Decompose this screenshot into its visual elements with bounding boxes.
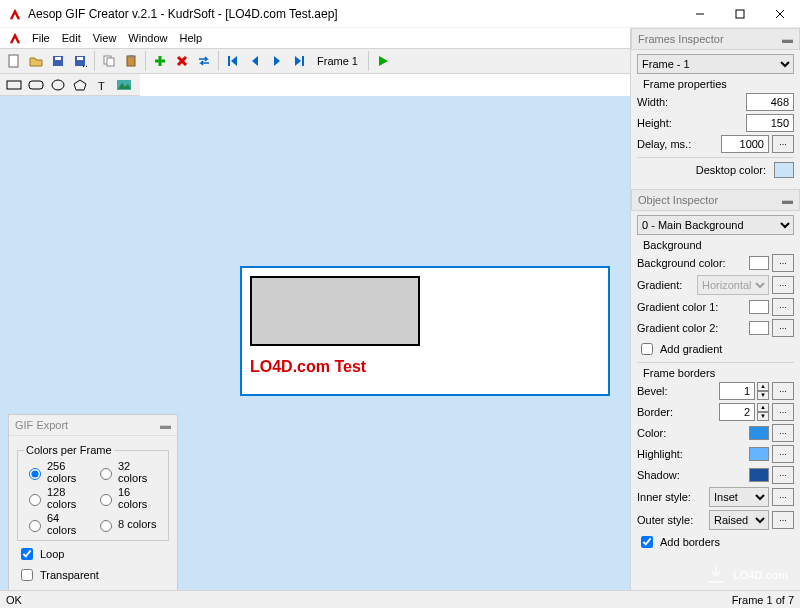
transparent-checkbox[interactable]: Transparent	[17, 566, 169, 584]
radio-64[interactable]: 64 colors	[24, 512, 91, 536]
frame-preview[interactable]: LO4D.com Test	[240, 266, 610, 396]
roundrect-icon[interactable]	[26, 75, 46, 95]
radio-16[interactable]: 16 colors	[95, 486, 162, 510]
height-input[interactable]	[746, 114, 794, 132]
rect-icon[interactable]	[4, 75, 24, 95]
last-frame-icon[interactable]	[289, 51, 309, 71]
radio-32[interactable]: 32 colors	[95, 460, 162, 484]
inner-more[interactable]: ···	[772, 488, 794, 506]
menu-help[interactable]: Help	[173, 30, 208, 46]
color-more[interactable]: ···	[772, 424, 794, 442]
prev-frame-icon[interactable]	[245, 51, 265, 71]
rectangle-object[interactable]	[250, 276, 420, 346]
delete-frame-icon[interactable]	[172, 51, 192, 71]
colors-legend: Colors per Frame	[24, 444, 114, 456]
grad2-label: Gradient color 2:	[637, 322, 745, 334]
polygon-icon[interactable]	[70, 75, 90, 95]
grad1-swatch	[749, 300, 769, 314]
open-icon[interactable]	[26, 51, 46, 71]
grad1-more[interactable]: ···	[772, 298, 794, 316]
bevel-spinner[interactable]: ▲▼	[757, 382, 769, 400]
delay-input[interactable]	[721, 135, 769, 153]
gif-export-title: GIF Export	[15, 419, 68, 431]
border-spinner[interactable]: ▲▼	[757, 403, 769, 421]
next-frame-icon[interactable]	[267, 51, 287, 71]
saveas-icon[interactable]: ..	[70, 51, 90, 71]
inner-style-select[interactable]: Inset	[709, 487, 769, 507]
desktop-color-swatch[interactable]	[774, 162, 794, 178]
bg-color-more[interactable]: ···	[772, 254, 794, 272]
shadow-swatch[interactable]	[749, 468, 769, 482]
menu-file[interactable]: File	[26, 30, 56, 46]
collapse-icon[interactable]: ▬	[160, 419, 171, 431]
add-borders-checkbox[interactable]: Add borders	[637, 533, 794, 551]
grad1-label: Gradient color 1:	[637, 301, 745, 313]
text-object[interactable]: LO4D.com Test	[250, 358, 600, 376]
border-input[interactable]	[719, 403, 755, 421]
color-label: Color:	[637, 427, 745, 439]
shadow-more[interactable]: ···	[772, 466, 794, 484]
current-frame-label: Frame 1	[311, 55, 364, 67]
collapse-icon[interactable]: ▬	[782, 194, 793, 206]
window-title: Aesop GIF Creator v.2.1 - KudrSoft - [LO…	[28, 7, 680, 21]
menu-view[interactable]: View	[87, 30, 123, 46]
first-frame-icon[interactable]	[223, 51, 243, 71]
text-icon[interactable]: T	[92, 75, 112, 95]
height-label: Height:	[637, 117, 746, 129]
minimize-button[interactable]	[680, 1, 720, 27]
svg-text:T: T	[98, 80, 105, 92]
close-button[interactable]	[760, 1, 800, 27]
save-icon[interactable]	[48, 51, 68, 71]
color-swatch[interactable]	[749, 426, 769, 440]
status-left: OK	[0, 594, 732, 606]
outer-style-select[interactable]: Raised	[709, 510, 769, 530]
new-icon[interactable]	[4, 51, 24, 71]
menu-window[interactable]: Window	[122, 30, 173, 46]
add-frame-icon[interactable]	[150, 51, 170, 71]
bg-color-label: Background color:	[637, 257, 745, 269]
collapse-icon[interactable]: ▬	[782, 33, 793, 45]
swap-frames-icon[interactable]	[194, 51, 214, 71]
shape-toolbar: T	[0, 74, 140, 96]
watermark: LO4D.com	[705, 564, 788, 586]
ellipse-icon[interactable]	[48, 75, 68, 95]
gradient-label: Gradient:	[637, 279, 697, 291]
width-input[interactable]	[746, 93, 794, 111]
image-icon[interactable]	[114, 75, 134, 95]
grad2-more[interactable]: ···	[772, 319, 794, 337]
object-inspector-title: Object Inspector	[638, 194, 718, 206]
radio-128[interactable]: 128 colors	[24, 486, 91, 510]
add-gradient-checkbox[interactable]: Add gradient	[637, 340, 794, 358]
menu-edit[interactable]: Edit	[56, 30, 87, 46]
highlight-swatch[interactable]	[749, 447, 769, 461]
background-section: Background	[643, 239, 794, 251]
svg-rect-21	[29, 81, 43, 89]
copy-icon[interactable]	[99, 51, 119, 71]
bevel-label: Bevel:	[637, 385, 719, 397]
maximize-button[interactable]	[720, 1, 760, 27]
frame-select[interactable]: Frame - 1	[637, 54, 794, 74]
svg-rect-11	[107, 58, 114, 66]
border-more[interactable]: ···	[772, 403, 794, 421]
object-select[interactable]: 0 - Main Background	[637, 215, 794, 235]
bevel-input[interactable]	[719, 382, 755, 400]
gradient-select: Horizontal	[697, 275, 769, 295]
highlight-label: Highlight:	[637, 448, 745, 460]
outer-more[interactable]: ···	[772, 511, 794, 529]
delay-more-button[interactable]: ···	[772, 135, 794, 153]
svg-text:..: ..	[82, 57, 87, 68]
bg-color-swatch[interactable]	[749, 256, 769, 270]
play-icon[interactable]	[373, 51, 393, 71]
paste-icon[interactable]	[121, 51, 141, 71]
radio-256[interactable]: 256 colors	[24, 460, 91, 484]
width-label: Width:	[637, 96, 746, 108]
bevel-more[interactable]: ···	[772, 382, 794, 400]
highlight-more[interactable]: ···	[772, 445, 794, 463]
statusbar: OK Frame 1 of 7	[0, 590, 800, 608]
radio-8[interactable]: 8 colors	[95, 512, 162, 536]
frames-inspector-title: Frames Inspector	[638, 33, 724, 45]
loop-checkbox[interactable]: Loop	[17, 545, 169, 563]
svg-rect-6	[55, 57, 61, 60]
svg-rect-4	[9, 55, 18, 67]
gradient-more[interactable]: ···	[772, 276, 794, 294]
